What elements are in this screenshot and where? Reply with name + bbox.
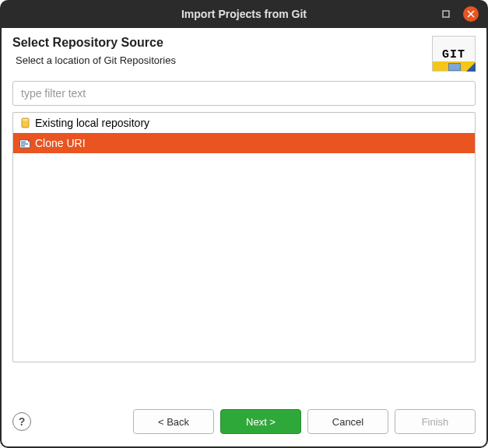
wizard-footer: ? < Back Next > Cancel Finish	[2, 401, 486, 446]
cancel-button[interactable]: Cancel	[307, 409, 388, 434]
source-list: Existing local repository Clone URI	[12, 112, 476, 362]
git-decor-icon: GIT	[432, 36, 476, 72]
wizard-header: Select Repository Source Select a locati…	[2, 28, 486, 81]
window-title: Import Projects from Git	[8, 8, 480, 20]
source-option-label: Clone URI	[35, 135, 86, 151]
page-title: Select Repository Source	[12, 36, 432, 50]
wizard-content: Existing local repository Clone URI	[2, 81, 486, 401]
source-option-label: Existing local repository	[35, 115, 149, 131]
source-option-existing[interactable]: Existing local repository	[13, 113, 475, 133]
repo-clone-icon	[19, 138, 30, 149]
git-label: GIT	[442, 47, 465, 61]
maximize-button[interactable]	[438, 6, 454, 22]
repo-local-icon	[19, 117, 30, 128]
filter-input[interactable]	[12, 81, 476, 106]
source-option-clone-uri[interactable]: Clone URI	[13, 133, 475, 153]
close-button[interactable]	[463, 6, 479, 22]
svg-rect-7	[21, 143, 28, 144]
wizard-header-text: Select Repository Source Select a locati…	[12, 36, 432, 72]
finish-button: Finish	[395, 409, 476, 434]
svg-point-4	[22, 119, 28, 121]
svg-rect-0	[443, 11, 449, 17]
page-subtitle: Select a location of Git Repositories	[16, 54, 432, 66]
git-band	[433, 61, 475, 71]
help-button[interactable]: ?	[12, 412, 31, 431]
window-controls	[438, 6, 479, 22]
titlebar: Import Projects from Git	[0, 0, 488, 28]
back-button[interactable]: < Back	[133, 409, 214, 434]
next-button[interactable]: Next >	[220, 409, 301, 434]
svg-rect-8	[21, 145, 25, 146]
svg-rect-6	[21, 142, 26, 142]
dialog-body: Select Repository Source Select a locati…	[0, 28, 488, 448]
